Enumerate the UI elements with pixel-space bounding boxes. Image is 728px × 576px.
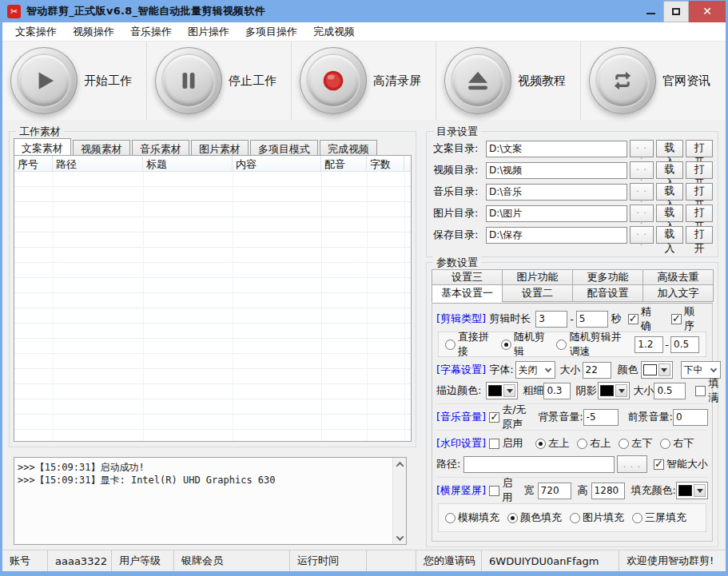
menu-item-music[interactable]: 音乐操作 bbox=[122, 22, 180, 42]
speed-min-input[interactable] bbox=[635, 336, 663, 353]
tab-advanced-dedup[interactable]: 高级去重 bbox=[642, 269, 714, 285]
col-index[interactable]: 序号 bbox=[14, 156, 53, 171]
wm-bottomleft-radio[interactable]: 左下 bbox=[619, 436, 652, 451]
fill-blur-radio[interactable]: 模糊填充 bbox=[445, 510, 499, 525]
close-button[interactable]: ✕ bbox=[689, 1, 726, 22]
music-dir-load-button[interactable]: 载入 bbox=[656, 183, 683, 201]
official-site-button[interactable] bbox=[589, 47, 656, 114]
copy-dir-open-button[interactable]: 打开 bbox=[686, 140, 713, 157]
tab-video-material[interactable]: 视频素材 bbox=[73, 140, 130, 155]
mode-direct-radio[interactable]: 直接拼接 bbox=[445, 330, 493, 359]
video-dir-input[interactable] bbox=[486, 162, 627, 179]
font-color-picker[interactable] bbox=[641, 361, 673, 379]
tab-music-material[interactable]: 音乐素材 bbox=[132, 140, 189, 155]
radio-icon bbox=[445, 513, 455, 523]
wm-topright-radio[interactable]: 右上 bbox=[577, 436, 611, 451]
copy-dir-input[interactable] bbox=[486, 141, 627, 157]
copy-dir-load-button[interactable]: 载入 bbox=[656, 140, 683, 157]
tab-voice-settings[interactable]: 配音设置 bbox=[572, 284, 643, 302]
watermark-enable-checkbox[interactable]: 启用 bbox=[489, 436, 523, 451]
save-dir-browse-button[interactable]: . . . bbox=[630, 226, 654, 244]
fill-color-radio[interactable]: 颜色填充 bbox=[507, 510, 562, 525]
wm-path-input[interactable] bbox=[463, 456, 615, 473]
screen-enable-checkbox[interactable]: 启用 bbox=[489, 476, 512, 505]
menu-item-video[interactable]: 视频操作 bbox=[65, 22, 122, 42]
fill-image-radio[interactable]: 图片填充 bbox=[570, 510, 624, 525]
video-dir-browse-button[interactable]: . . . bbox=[630, 161, 654, 179]
mode-random-speed-radio[interactable]: 随机剪辑并调速 bbox=[556, 330, 631, 359]
video-dir-open-button[interactable]: 打开 bbox=[686, 161, 713, 179]
bg-volume-input[interactable] bbox=[583, 409, 619, 426]
tab-basic-settings1[interactable]: 基本设置一 bbox=[432, 284, 503, 303]
scroll-up-icon[interactable] bbox=[393, 458, 407, 471]
music-dir-browse-button[interactable]: . . . bbox=[630, 183, 654, 201]
fill-triple-radio[interactable]: 三屏填充 bbox=[632, 510, 686, 525]
tab-image-material[interactable]: 图片素材 bbox=[191, 140, 249, 155]
menu-item-multiproject[interactable]: 多项目操作 bbox=[237, 22, 305, 42]
col-title[interactable]: 标题 bbox=[143, 156, 233, 171]
clip-min-input[interactable] bbox=[535, 311, 567, 328]
screen-height-input[interactable] bbox=[591, 483, 625, 499]
log-box[interactable]: >>>【15:09:31】启动成功!>>>【15:09:31】显卡: Intel… bbox=[14, 457, 407, 545]
col-words[interactable]: 字数 bbox=[367, 156, 404, 171]
tab-image-functions[interactable]: 图片功能 bbox=[502, 269, 573, 285]
radio-icon bbox=[535, 439, 546, 449]
save-dir-open-button[interactable]: 打开 bbox=[686, 226, 713, 244]
precise-checkbox[interactable]: 精确 bbox=[628, 304, 660, 333]
save-dir-load-button[interactable]: 载入 bbox=[656, 226, 683, 244]
fg-volume-input[interactable] bbox=[673, 409, 708, 426]
image-dir-load-button[interactable]: 载入 bbox=[656, 205, 683, 222]
fill-color-picker[interactable] bbox=[676, 482, 708, 499]
section-divider bbox=[436, 430, 708, 431]
fill-checkbox[interactable]: 填满 bbox=[695, 376, 718, 405]
scroll-down-icon[interactable] bbox=[393, 531, 407, 544]
col-voice[interactable]: 配音 bbox=[321, 156, 367, 171]
record-screen-button[interactable] bbox=[300, 47, 367, 114]
save-dir-input[interactable] bbox=[486, 227, 627, 244]
video-tutorial-button[interactable] bbox=[444, 47, 511, 114]
minimize-button[interactable] bbox=[638, 1, 663, 22]
tab-finished-video[interactable]: 完成视频 bbox=[320, 140, 377, 155]
image-dir-input[interactable] bbox=[486, 205, 627, 222]
mute-checkbox[interactable]: 去/无原声 bbox=[489, 403, 527, 431]
image-dir-open-button[interactable]: 打开 bbox=[686, 205, 713, 222]
clip-max-input[interactable] bbox=[576, 311, 608, 328]
tab-multiproject-mode[interactable]: 多项目模式 bbox=[250, 140, 318, 155]
mode-random-radio[interactable]: 随机剪辑 bbox=[501, 330, 549, 359]
app-logo-icon[interactable]: ✂ bbox=[7, 5, 21, 18]
col-path[interactable]: 路径 bbox=[53, 156, 143, 171]
music-dir-input[interactable] bbox=[486, 184, 627, 201]
wm-browse-button[interactable]: . . . bbox=[617, 455, 647, 473]
tab-add-text[interactable]: 加入文字 bbox=[642, 284, 714, 302]
outline-weight-input[interactable] bbox=[543, 383, 571, 399]
menu-item-image[interactable]: 图片操作 bbox=[180, 22, 237, 42]
wm-bottomright-radio[interactable]: 右下 bbox=[660, 436, 694, 451]
tab-copy-material[interactable]: 文案素材 bbox=[14, 138, 71, 155]
maximize-button[interactable] bbox=[663, 1, 689, 22]
video-dir-load-button[interactable]: 载入 bbox=[656, 161, 683, 179]
menu-item-finished[interactable]: 完成视频 bbox=[305, 22, 363, 42]
smart-size-checkbox[interactable]: 智能大小 bbox=[654, 457, 708, 471]
speed-max-input[interactable] bbox=[670, 336, 699, 353]
menu-item-copywriting[interactable]: 文案操作 bbox=[7, 22, 65, 42]
start-work-button[interactable] bbox=[10, 47, 78, 114]
font-size-input[interactable] bbox=[583, 362, 611, 379]
copy-dir-browse-button[interactable]: . . . bbox=[630, 140, 654, 157]
shadow-color-picker[interactable] bbox=[598, 382, 630, 399]
shadow-size-input[interactable] bbox=[654, 383, 686, 399]
image-dir-browse-button[interactable]: . . . bbox=[630, 205, 654, 222]
screen-width-input[interactable] bbox=[538, 483, 571, 499]
tab-more-functions[interactable]: 更多功能 bbox=[572, 269, 643, 285]
tab-settings3[interactable]: 设置三 bbox=[432, 269, 503, 285]
log-scrollbar[interactable] bbox=[392, 458, 406, 544]
materials-table-body[interactable] bbox=[14, 172, 411, 441]
wm-topleft-radio[interactable]: 左上 bbox=[535, 436, 569, 451]
outline-color-picker[interactable] bbox=[486, 382, 518, 399]
stop-work-button[interactable] bbox=[155, 47, 222, 114]
col-content[interactable]: 内容 bbox=[233, 156, 321, 171]
tab-settings2[interactable]: 设置二 bbox=[502, 284, 573, 302]
radio-icon bbox=[556, 340, 567, 350]
font-select[interactable]: 关闭 bbox=[515, 361, 555, 379]
music-dir-open-button[interactable]: 打开 bbox=[686, 183, 713, 201]
order-checkbox[interactable]: 顺序 bbox=[671, 304, 703, 333]
